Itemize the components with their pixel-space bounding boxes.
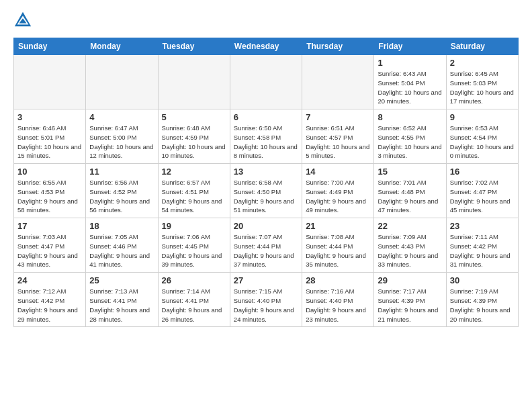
calendar-cell: 18Sunrise: 7:05 AM Sunset: 4:46 PM Dayli…: [86, 218, 158, 273]
day-number: 24: [17, 275, 82, 285]
calendar-table: SundayMondayTuesdayWednesdayThursdayFrid…: [13, 38, 519, 327]
day-info: Sunrise: 6:55 AM Sunset: 4:53 PM Dayligh…: [17, 178, 82, 215]
day-info: Sunrise: 7:12 AM Sunset: 4:42 PM Dayligh…: [17, 287, 82, 324]
calendar-cell: 3Sunrise: 6:46 AM Sunset: 5:01 PM Daylig…: [14, 109, 86, 164]
day-info: Sunrise: 6:48 AM Sunset: 4:59 PM Dayligh…: [162, 124, 226, 161]
calendar-cell: 10Sunrise: 6:55 AM Sunset: 4:53 PM Dayli…: [14, 164, 86, 218]
calendar-cell: 17Sunrise: 7:03 AM Sunset: 4:47 PM Dayli…: [14, 218, 86, 273]
day-info: Sunrise: 7:03 AM Sunset: 4:47 PM Dayligh…: [17, 232, 82, 269]
calendar-cell: 20Sunrise: 7:07 AM Sunset: 4:44 PM Dayli…: [230, 218, 302, 273]
calendar-cell: 13Sunrise: 6:58 AM Sunset: 4:50 PM Dayli…: [230, 164, 302, 218]
day-info: Sunrise: 7:00 AM Sunset: 4:49 PM Dayligh…: [306, 178, 370, 215]
day-info: Sunrise: 7:01 AM Sunset: 4:48 PM Dayligh…: [378, 178, 442, 215]
header-day-thursday: Thursday: [302, 38, 374, 55]
calendar-cell: 27Sunrise: 7:15 AM Sunset: 4:40 PM Dayli…: [230, 273, 302, 327]
day-number: 9: [450, 112, 515, 122]
calendar-cell: 9Sunrise: 6:53 AM Sunset: 4:54 PM Daylig…: [446, 109, 518, 164]
day-info: Sunrise: 6:47 AM Sunset: 5:00 PM Dayligh…: [89, 124, 154, 161]
day-info: Sunrise: 6:46 AM Sunset: 5:01 PM Dayligh…: [17, 124, 82, 161]
calendar-cell: 15Sunrise: 7:01 AM Sunset: 4:48 PM Dayli…: [374, 164, 446, 218]
calendar-cell: 22Sunrise: 7:09 AM Sunset: 4:43 PM Dayli…: [374, 218, 446, 273]
calendar-cell: [86, 55, 158, 109]
logo-icon: [13, 11, 32, 30]
day-number: 19: [162, 221, 226, 231]
week-row-2: 3Sunrise: 6:46 AM Sunset: 5:01 PM Daylig…: [14, 109, 519, 164]
day-info: Sunrise: 6:43 AM Sunset: 5:04 PM Dayligh…: [378, 69, 442, 106]
day-number: 2: [450, 58, 515, 68]
calendar-cell: [158, 55, 230, 109]
day-number: 25: [89, 275, 154, 285]
calendar-cell: 19Sunrise: 7:06 AM Sunset: 4:45 PM Dayli…: [158, 218, 230, 273]
day-info: Sunrise: 7:19 AM Sunset: 4:39 PM Dayligh…: [450, 287, 515, 324]
header: [13, 11, 519, 30]
calendar-cell: 7Sunrise: 6:51 AM Sunset: 4:57 PM Daylig…: [302, 109, 374, 164]
day-number: 6: [234, 112, 298, 122]
day-info: Sunrise: 6:57 AM Sunset: 4:51 PM Dayligh…: [162, 178, 226, 215]
logo: [13, 11, 35, 30]
day-info: Sunrise: 7:16 AM Sunset: 4:40 PM Dayligh…: [306, 287, 370, 324]
day-number: 5: [162, 112, 226, 122]
day-info: Sunrise: 7:17 AM Sunset: 4:39 PM Dayligh…: [378, 287, 442, 324]
day-number: 8: [378, 112, 442, 122]
day-number: 11: [89, 167, 154, 177]
day-number: 15: [378, 167, 442, 177]
day-number: 12: [162, 167, 226, 177]
calendar-body: 1Sunrise: 6:43 AM Sunset: 5:04 PM Daylig…: [14, 55, 519, 327]
day-info: Sunrise: 6:56 AM Sunset: 4:52 PM Dayligh…: [89, 178, 154, 215]
calendar-cell: 4Sunrise: 6:47 AM Sunset: 5:00 PM Daylig…: [86, 109, 158, 164]
day-info: Sunrise: 7:07 AM Sunset: 4:44 PM Dayligh…: [234, 232, 298, 269]
calendar-cell: [14, 55, 86, 109]
calendar-cell: 5Sunrise: 6:48 AM Sunset: 4:59 PM Daylig…: [158, 109, 230, 164]
day-info: Sunrise: 7:15 AM Sunset: 4:40 PM Dayligh…: [234, 287, 298, 324]
calendar-cell: 11Sunrise: 6:56 AM Sunset: 4:52 PM Dayli…: [86, 164, 158, 218]
day-info: Sunrise: 7:14 AM Sunset: 4:41 PM Dayligh…: [162, 287, 226, 324]
header-row: SundayMondayTuesdayWednesdayThursdayFrid…: [14, 38, 519, 55]
day-number: 30: [450, 275, 515, 285]
day-number: 18: [89, 221, 154, 231]
day-number: 4: [89, 112, 154, 122]
header-day-monday: Monday: [86, 38, 158, 55]
day-info: Sunrise: 6:53 AM Sunset: 4:54 PM Dayligh…: [450, 124, 515, 161]
day-info: Sunrise: 7:05 AM Sunset: 4:46 PM Dayligh…: [89, 232, 154, 269]
week-row-1: 1Sunrise: 6:43 AM Sunset: 5:04 PM Daylig…: [14, 55, 519, 109]
calendar-cell: 2Sunrise: 6:45 AM Sunset: 5:03 PM Daylig…: [446, 55, 518, 109]
day-number: 13: [234, 167, 298, 177]
day-number: 14: [306, 167, 370, 177]
day-info: Sunrise: 7:11 AM Sunset: 4:42 PM Dayligh…: [450, 232, 515, 269]
day-number: 26: [162, 275, 226, 285]
day-number: 27: [234, 275, 298, 285]
header-day-friday: Friday: [374, 38, 446, 55]
calendar-cell: 25Sunrise: 7:13 AM Sunset: 4:41 PM Dayli…: [86, 273, 158, 327]
day-number: 20: [234, 221, 298, 231]
calendar-cell: 26Sunrise: 7:14 AM Sunset: 4:41 PM Dayli…: [158, 273, 230, 327]
day-number: 10: [17, 167, 82, 177]
calendar-cell: 21Sunrise: 7:08 AM Sunset: 4:44 PM Dayli…: [302, 218, 374, 273]
day-number: 22: [378, 221, 442, 231]
day-info: Sunrise: 6:52 AM Sunset: 4:55 PM Dayligh…: [378, 124, 442, 161]
day-info: Sunrise: 6:50 AM Sunset: 4:58 PM Dayligh…: [234, 124, 298, 161]
calendar-cell: 23Sunrise: 7:11 AM Sunset: 4:42 PM Dayli…: [446, 218, 518, 273]
calendar-cell: 8Sunrise: 6:52 AM Sunset: 4:55 PM Daylig…: [374, 109, 446, 164]
day-info: Sunrise: 7:02 AM Sunset: 4:47 PM Dayligh…: [450, 178, 515, 215]
week-row-5: 24Sunrise: 7:12 AM Sunset: 4:42 PM Dayli…: [14, 273, 519, 327]
calendar-cell: 28Sunrise: 7:16 AM Sunset: 4:40 PM Dayli…: [302, 273, 374, 327]
day-info: Sunrise: 7:09 AM Sunset: 4:43 PM Dayligh…: [378, 232, 442, 269]
calendar-cell: 1Sunrise: 6:43 AM Sunset: 5:04 PM Daylig…: [374, 55, 446, 109]
header-day-tuesday: Tuesday: [158, 38, 230, 55]
day-number: 7: [306, 112, 370, 122]
calendar-cell: 12Sunrise: 6:57 AM Sunset: 4:51 PM Dayli…: [158, 164, 230, 218]
calendar-cell: 6Sunrise: 6:50 AM Sunset: 4:58 PM Daylig…: [230, 109, 302, 164]
day-number: 16: [450, 167, 515, 177]
day-number: 23: [450, 221, 515, 231]
day-info: Sunrise: 7:08 AM Sunset: 4:44 PM Dayligh…: [306, 232, 370, 269]
week-row-3: 10Sunrise: 6:55 AM Sunset: 4:53 PM Dayli…: [14, 164, 519, 218]
day-number: 1: [378, 58, 442, 68]
calendar-cell: [230, 55, 302, 109]
day-number: 29: [378, 275, 442, 285]
day-info: Sunrise: 6:58 AM Sunset: 4:50 PM Dayligh…: [234, 178, 298, 215]
day-number: 17: [17, 221, 82, 231]
header-day-wednesday: Wednesday: [230, 38, 302, 55]
calendar-cell: 24Sunrise: 7:12 AM Sunset: 4:42 PM Dayli…: [14, 273, 86, 327]
day-number: 28: [306, 275, 370, 285]
calendar-cell: 30Sunrise: 7:19 AM Sunset: 4:39 PM Dayli…: [446, 273, 518, 327]
